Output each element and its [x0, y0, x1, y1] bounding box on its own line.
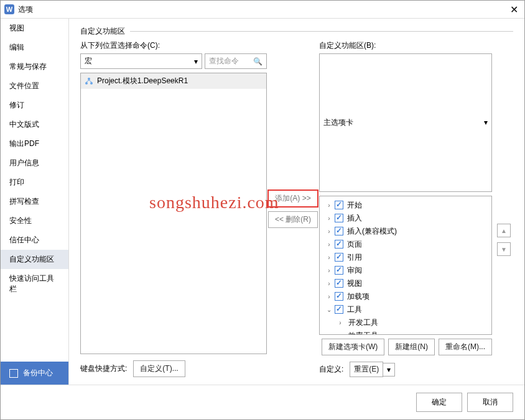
- tree-item-label: 开发工具: [348, 317, 378, 328]
- add-button[interactable]: 添加(A) >>: [267, 189, 318, 208]
- tree-item-label: 视图: [347, 278, 362, 289]
- svg-line-3: [86, 80, 89, 82]
- reset-button[interactable]: 重置(E): [350, 362, 383, 377]
- reset-dropdown[interactable]: ▾: [383, 363, 395, 377]
- sidebar-item[interactable]: 打印: [1, 173, 68, 192]
- search-input[interactable]: 查找命令 🔍: [205, 53, 267, 69]
- sidebar-item[interactable]: 常规与保存: [1, 57, 68, 76]
- tree-row[interactable]: 工具: [321, 303, 490, 316]
- sidebar-item[interactable]: 拼写检查: [1, 192, 68, 211]
- sidebar: 视图编辑常规与保存文件位置修订中文版式输出PDF用户信息打印拼写检查安全性信任中…: [1, 19, 69, 385]
- tree-row[interactable]: 效率工具: [321, 329, 490, 336]
- tree-row[interactable]: 加载项: [321, 290, 490, 303]
- left-label: 从下列位置选择命令(C):: [80, 40, 267, 51]
- chevron-down-icon: ▾: [194, 57, 198, 66]
- tree-item-label: 插入: [347, 213, 362, 224]
- new-tab-button[interactable]: 新建选项卡(W): [322, 339, 384, 355]
- expand-icon[interactable]: [325, 306, 333, 313]
- search-placeholder: 查找命令: [209, 56, 239, 66]
- tree-item-label: 审阅: [347, 265, 362, 276]
- tree-row[interactable]: 插入(兼容模式): [321, 225, 490, 238]
- custom-label: 自定义:: [319, 364, 343, 375]
- collapse-icon[interactable]: [325, 267, 333, 274]
- collapse-icon[interactable]: [325, 293, 333, 300]
- tree-row[interactable]: 开发工具: [321, 316, 490, 329]
- remove-button[interactable]: << 删除(R): [268, 211, 318, 228]
- tree-item-label: 工具: [347, 304, 362, 315]
- backup-label: 备份中心: [23, 368, 53, 378]
- checkbox[interactable]: [335, 227, 343, 235]
- sidebar-item[interactable]: 文件位置: [1, 76, 68, 96]
- collapse-icon[interactable]: [325, 254, 333, 261]
- ribbon-tree[interactable]: 开始插入插入(兼容模式)页面引用审阅视图加载项工具开发工具效率工具DeepSee…: [319, 196, 492, 336]
- tree-row[interactable]: 插入: [321, 212, 490, 225]
- collapse-icon[interactable]: [325, 202, 333, 209]
- collapse-icon[interactable]: [336, 319, 345, 326]
- dialog-title: 选项: [18, 4, 507, 15]
- close-button[interactable]: ✕: [507, 2, 521, 16]
- command-source-select[interactable]: 宏 ▾: [80, 53, 202, 69]
- ok-button[interactable]: 确定: [416, 393, 462, 412]
- tree-item-label: 引用: [347, 252, 362, 263]
- list-item-label: Project.模块1.DeepSeekR1: [97, 76, 188, 86]
- collapse-icon[interactable]: [325, 215, 333, 222]
- sidebar-item[interactable]: 快速访问工具栏: [1, 269, 68, 299]
- checkbox[interactable]: [335, 266, 343, 275]
- collapse-icon[interactable]: [325, 228, 333, 235]
- section-title: 自定义功能区: [80, 26, 125, 37]
- checkbox[interactable]: [335, 305, 343, 314]
- sidebar-item[interactable]: 用户信息: [1, 153, 68, 173]
- chevron-down-icon: ▾: [484, 118, 488, 127]
- move-down-button[interactable]: ▼: [497, 242, 511, 256]
- rename-button[interactable]: 重命名(M)...: [439, 339, 492, 355]
- svg-point-2: [90, 82, 93, 84]
- svg-point-1: [85, 82, 88, 84]
- tree-item-label: 加载项: [347, 291, 369, 302]
- sidebar-item[interactable]: 信任中心: [1, 231, 68, 250]
- backup-center-button[interactable]: 备份中心: [1, 362, 68, 385]
- tree-row[interactable]: 审阅: [321, 264, 490, 277]
- tree-row[interactable]: 引用: [321, 251, 490, 264]
- select-value: 宏: [85, 56, 92, 66]
- collapse-icon[interactable]: [325, 241, 333, 248]
- tree-item-label: 插入(兼容模式): [347, 226, 397, 237]
- ribbon-target-select[interactable]: 主选项卡 ▾: [319, 53, 492, 192]
- sidebar-item[interactable]: 编辑: [1, 38, 68, 57]
- sidebar-item[interactable]: 修订: [1, 96, 68, 115]
- tree-row[interactable]: 页面: [321, 238, 490, 251]
- keyboard-customize-button[interactable]: 自定义(T)...: [133, 360, 185, 377]
- svg-point-0: [88, 78, 90, 80]
- checkbox[interactable]: [335, 253, 343, 262]
- list-item[interactable]: Project.模块1.DeepSeekR1: [81, 73, 266, 89]
- cancel-button[interactable]: 取消: [467, 393, 513, 412]
- checkbox[interactable]: [335, 201, 343, 209]
- tree-row[interactable]: 视图: [321, 277, 490, 290]
- app-icon: W: [4, 4, 14, 14]
- keyboard-label: 键盘快捷方式:: [80, 363, 127, 374]
- search-icon: 🔍: [253, 57, 262, 66]
- checkbox[interactable]: [335, 292, 343, 301]
- divider: [130, 31, 513, 32]
- backup-icon: [9, 369, 18, 378]
- move-up-button[interactable]: ▲: [497, 224, 511, 237]
- sidebar-item[interactable]: 中文版式: [1, 115, 68, 134]
- sidebar-item[interactable]: 自定义功能区: [1, 250, 68, 269]
- sidebar-item[interactable]: 视图: [1, 19, 68, 38]
- collapse-icon[interactable]: [325, 280, 333, 287]
- right-label: 自定义功能区(B):: [319, 40, 492, 51]
- new-group-button[interactable]: 新建组(N): [388, 339, 435, 355]
- collapse-icon[interactable]: [336, 332, 345, 336]
- tree-row[interactable]: 开始: [321, 199, 490, 212]
- svg-line-4: [89, 80, 91, 82]
- macro-icon: [85, 77, 93, 86]
- checkbox[interactable]: [335, 240, 343, 249]
- tree-item-label: 开始: [347, 200, 362, 211]
- command-list[interactable]: Project.模块1.DeepSeekR1: [80, 73, 267, 354]
- checkbox[interactable]: [335, 279, 343, 288]
- tree-item-label: 效率工具: [348, 331, 378, 336]
- checkbox[interactable]: [335, 214, 343, 222]
- select-value: 主选项卡: [323, 117, 353, 128]
- sidebar-item[interactable]: 输出PDF: [1, 134, 68, 153]
- sidebar-item[interactable]: 安全性: [1, 211, 68, 231]
- tree-item-label: 页面: [347, 239, 362, 250]
